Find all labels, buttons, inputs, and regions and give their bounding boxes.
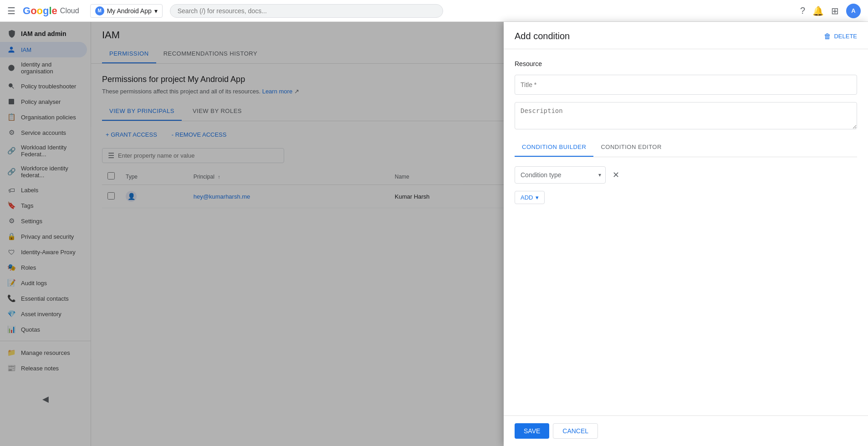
search-input[interactable]: [170, 4, 443, 18]
add-condition-panel: Add condition 🗑 DELETE Resource CONDITIO…: [504, 22, 868, 446]
condition-panel-title: Add condition: [515, 31, 570, 41]
google-cloud-logo: Google Cloud: [23, 5, 79, 17]
condition-builder-row: Condition type ✕: [515, 166, 857, 184]
add-button[interactable]: ADD ▾: [515, 191, 545, 204]
project-dropdown-icon: ▾: [154, 7, 158, 15]
title-input[interactable]: [515, 75, 857, 95]
close-icon: ✕: [613, 170, 619, 180]
resource-label: Resource: [515, 60, 857, 67]
project-name: My Android App: [107, 7, 152, 15]
notification-icon[interactable]: 🔔: [812, 5, 824, 16]
delete-button[interactable]: 🗑 DELETE: [824, 32, 857, 41]
delete-trash-icon: 🗑: [824, 32, 831, 41]
title-field: [515, 75, 857, 95]
cancel-button[interactable]: CANCEL: [553, 423, 598, 439]
apps-icon[interactable]: ⊞: [831, 5, 839, 16]
add-dropdown-icon: ▾: [536, 194, 539, 201]
overlay: Add condition 🗑 DELETE Resource CONDITIO…: [0, 22, 868, 446]
clear-condition-button[interactable]: ✕: [609, 169, 622, 181]
condition-type-select[interactable]: Condition type: [515, 166, 606, 184]
condition-panel-body: Resource CONDITION BUILDER CONDITION EDI…: [504, 49, 868, 415]
condition-tabs: CONDITION BUILDER CONDITION EDITOR: [515, 138, 857, 157]
panel-footer: SAVE CANCEL: [504, 415, 868, 446]
project-icon: M: [95, 6, 104, 15]
tab-condition-editor[interactable]: CONDITION EDITOR: [593, 138, 669, 157]
topbar: ☰ Google Cloud M My Android App ▾ ? 🔔 ⊞ …: [0, 0, 868, 22]
avatar[interactable]: A: [846, 4, 861, 18]
description-field: [515, 102, 857, 131]
project-selector[interactable]: M My Android App ▾: [90, 4, 163, 18]
topbar-actions: ? 🔔 ⊞ A: [800, 4, 861, 18]
tab-condition-builder[interactable]: CONDITION BUILDER: [515, 138, 593, 157]
condition-type-wrapper: Condition type: [515, 166, 606, 184]
add-condition-row: ADD ▾: [515, 191, 857, 204]
menu-icon[interactable]: ☰: [7, 5, 15, 16]
add-label: ADD: [521, 194, 533, 201]
description-textarea[interactable]: [515, 102, 857, 129]
help-icon[interactable]: ?: [800, 5, 805, 16]
condition-panel-header: Add condition 🗑 DELETE: [504, 22, 868, 49]
save-button[interactable]: SAVE: [515, 423, 549, 439]
